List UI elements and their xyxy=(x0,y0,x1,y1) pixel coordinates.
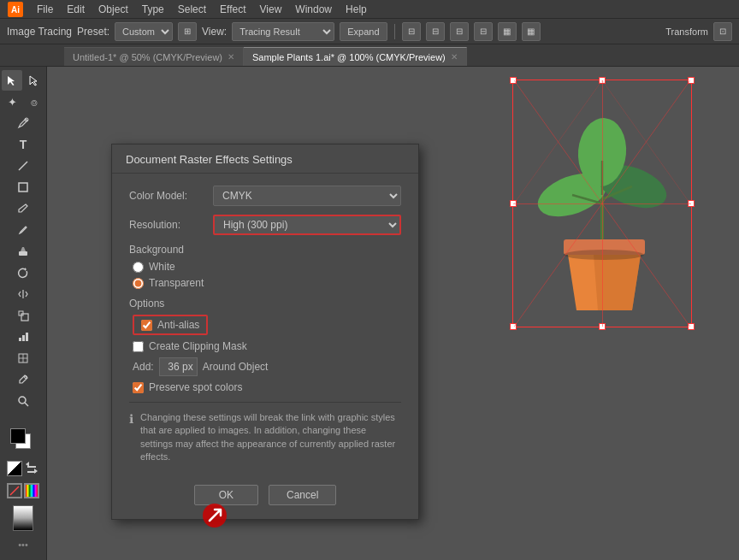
preset-select[interactable]: Custom xyxy=(115,22,173,41)
dialog-title: Document Raster Effects Settings xyxy=(112,144,418,174)
bg-transparent-radio[interactable] xyxy=(133,278,144,289)
pencil-tool[interactable] xyxy=(13,220,33,240)
expand-button[interactable]: Expand xyxy=(340,22,387,41)
menu-select[interactable]: Select xyxy=(172,2,212,17)
transform-toolbar-label: Transform xyxy=(665,27,708,37)
eraser-tool[interactable] xyxy=(13,241,33,262)
clipping-mask-label: Create Clipping Mask xyxy=(149,340,247,352)
rotate-tool[interactable] xyxy=(13,262,33,283)
zoom-tool[interactable] xyxy=(13,391,33,411)
direct-select-tool[interactable] xyxy=(24,70,44,91)
menu-object[interactable]: Object xyxy=(92,2,134,17)
svg-rect-4 xyxy=(19,183,27,192)
select-tool[interactable] xyxy=(2,70,22,91)
bg-transparent-row: Transparent xyxy=(129,277,401,289)
handle-tm[interactable] xyxy=(599,77,606,84)
stroke-color-box[interactable] xyxy=(10,428,26,444)
svg-point-15 xyxy=(19,397,26,404)
menu-edit[interactable]: Edit xyxy=(61,2,91,17)
clipping-mask-checkbox[interactable] xyxy=(133,341,144,352)
preserve-colors-checkbox[interactable] xyxy=(133,382,144,393)
handle-bl[interactable] xyxy=(510,323,517,330)
anti-alias-row: Anti-alias xyxy=(133,315,208,335)
view-select[interactable]: Tracing Result xyxy=(232,22,334,41)
view-label: View: xyxy=(202,26,227,38)
mirror-tool[interactable] xyxy=(13,284,33,304)
eyedropper-tool[interactable] xyxy=(13,369,33,390)
add-pixels-row: Add: Around Object xyxy=(129,357,401,376)
swap-colors-btn[interactable] xyxy=(24,461,39,476)
color-swatch-area: ••• xyxy=(7,428,39,557)
ok-arrow-indicator xyxy=(201,502,228,529)
lasso-tool[interactable]: ⌾ xyxy=(24,91,44,112)
handle-tr[interactable] xyxy=(688,77,695,84)
opacity-gradient[interactable] xyxy=(13,505,33,531)
default-colors-btn[interactable] xyxy=(7,461,22,476)
graph-tool[interactable] xyxy=(13,327,33,347)
svg-line-17 xyxy=(10,486,19,495)
no-fill-btn[interactable] xyxy=(7,483,22,498)
menu-file[interactable]: File xyxy=(31,2,59,17)
cancel-button[interactable]: Cancel xyxy=(269,485,336,505)
options-section-label: Options xyxy=(129,298,401,309)
more-tools-btn[interactable]: ••• xyxy=(18,539,28,550)
resolution-label: Resolution: xyxy=(129,219,206,231)
handle-bm[interactable] xyxy=(599,323,606,330)
svg-rect-5 xyxy=(19,251,27,256)
color-spectrum-btn[interactable] xyxy=(24,483,39,498)
menu-help[interactable]: Help xyxy=(340,2,373,17)
align-right-icon[interactable]: ⊟ xyxy=(450,22,469,41)
tab-sample-plants-close[interactable]: ✕ xyxy=(451,52,458,62)
menu-window[interactable]: Window xyxy=(289,2,338,17)
color-model-label: Color Model: xyxy=(129,190,206,202)
plant-illustration-container xyxy=(517,84,688,326)
magic-wand-tool[interactable]: ✦ xyxy=(2,91,22,112)
bar-chart2-icon[interactable]: ▦ xyxy=(522,22,541,41)
resolution-select[interactable]: High (300 ppi) xyxy=(213,215,401,235)
handle-br[interactable] xyxy=(688,323,695,330)
handle-tl[interactable] xyxy=(510,77,517,84)
svg-rect-9 xyxy=(22,335,25,341)
color-model-select[interactable]: CMYK xyxy=(213,186,401,206)
paintbrush-tool[interactable] xyxy=(13,198,33,219)
svg-rect-8 xyxy=(19,338,21,341)
canvas-area: Document Raster Effects Settings Color M… xyxy=(47,67,739,560)
ok-btn-container: OK xyxy=(194,485,258,505)
handle-mr[interactable] xyxy=(688,200,695,207)
tab-untitled[interactable]: Untitled-1* @ 50% (CMYK/Preview) ✕ xyxy=(64,47,244,66)
handle-ml[interactable] xyxy=(510,200,517,207)
color-model-row: Color Model: CMYK xyxy=(129,186,401,206)
distribute-icon[interactable]: ⊟ xyxy=(474,22,493,41)
svg-line-3 xyxy=(19,162,27,170)
menu-type[interactable]: Type xyxy=(136,2,170,17)
line-tool[interactable] xyxy=(13,156,33,176)
svg-rect-10 xyxy=(26,333,28,341)
tab-sample-plants[interactable]: Sample Plants 1.ai* @ 100% (CMYK/Preview… xyxy=(244,47,467,66)
mesh-tool[interactable] xyxy=(13,348,33,368)
dialog-body: Color Model: CMYK Resolution: High (300 … xyxy=(112,174,418,476)
resolution-row: Resolution: High (300 ppi) xyxy=(129,215,401,235)
tab-untitled-close[interactable]: ✕ xyxy=(228,52,234,62)
app-logo: Ai xyxy=(7,1,24,18)
pen-tool[interactable] xyxy=(13,113,33,133)
add-pixels-input[interactable] xyxy=(159,357,198,376)
rect-tool[interactable] xyxy=(13,177,33,197)
preserve-colors-label: Preserve spot colors xyxy=(149,381,242,393)
bg-transparent-label: Transparent xyxy=(149,277,204,289)
clipping-mask-row: Create Clipping Mask xyxy=(129,340,401,352)
type-tool[interactable]: T xyxy=(13,134,33,155)
bar-chart-icon[interactable]: ▦ xyxy=(498,22,517,41)
arrange-icon[interactable]: ⊡ xyxy=(713,22,732,41)
bg-white-row: White xyxy=(129,261,401,273)
left-toolbar: ✦ ⌾ T xyxy=(0,67,47,560)
bg-white-radio[interactable] xyxy=(133,262,144,273)
scale-tool[interactable] xyxy=(13,305,33,326)
anti-alias-checkbox[interactable] xyxy=(141,320,152,331)
align-left-icon[interactable]: ⊟ xyxy=(402,22,421,41)
menu-effect[interactable]: Effect xyxy=(214,2,251,17)
align-center-icon[interactable]: ⊟ xyxy=(426,22,445,41)
grid-icon[interactable]: ⊞ xyxy=(178,22,197,41)
info-icon: ℹ xyxy=(129,412,133,426)
menu-bar: Ai File Edit Object Type Select Effect V… xyxy=(0,0,739,19)
menu-view[interactable]: View xyxy=(254,2,288,17)
